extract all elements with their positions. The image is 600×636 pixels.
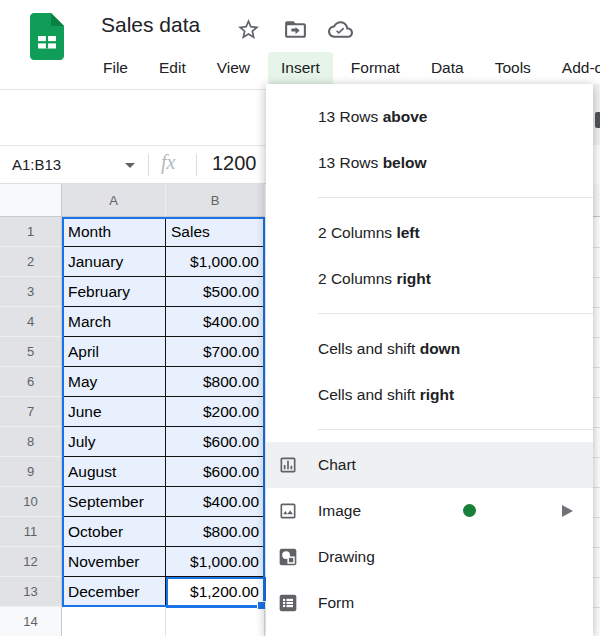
- menu-item-2-columns-right[interactable]: 2 Columns right: [266, 256, 593, 302]
- cell-B4[interactable]: $400.00: [166, 307, 265, 337]
- row-header-5[interactable]: 5: [0, 337, 62, 367]
- drawing-icon: [278, 547, 298, 567]
- menubar-item-file[interactable]: File: [90, 52, 141, 84]
- row-header-2[interactable]: 2: [0, 247, 62, 277]
- name-box[interactable]: A1:B13: [12, 156, 61, 173]
- row-header-7[interactable]: 7: [0, 397, 62, 427]
- menu-item-bold-text: right: [396, 270, 430, 287]
- gridline: [593, 307, 600, 308]
- sheet-row-6: 6May$800.00: [0, 367, 265, 397]
- clipped-toolbar-icon: [595, 112, 600, 128]
- menubar-item-view[interactable]: View: [204, 52, 263, 84]
- fx-icon: fx: [161, 151, 175, 174]
- submenu-arrow-icon: [562, 505, 573, 517]
- sheet-row-3: 3February$500.00: [0, 277, 265, 307]
- menubar-item-addons[interactable]: Add-ons: [549, 52, 600, 84]
- fill-handle[interactable]: [257, 601, 266, 610]
- menubar-item-tools[interactable]: Tools: [482, 52, 544, 84]
- cell-A11[interactable]: October: [62, 517, 166, 547]
- cell-B3[interactable]: $500.00: [166, 277, 265, 307]
- sheet-row-13: 13December$1,200.00: [0, 577, 265, 607]
- gridline: [593, 487, 600, 488]
- gridline: [593, 517, 600, 518]
- gridline: [593, 337, 600, 338]
- green-dot-indicator: [463, 504, 476, 517]
- row-header-10[interactable]: 10: [0, 487, 62, 517]
- insert-menu-dropdown: 13 Rows above13 Rows below2 Columns left…: [266, 84, 593, 636]
- sheet-row-10: 10September$400.00: [0, 487, 265, 517]
- document-title[interactable]: Sales data: [101, 13, 200, 37]
- menubar-item-data[interactable]: Data: [418, 52, 477, 84]
- cell-B13[interactable]: $1,200.00: [166, 577, 265, 607]
- menu-item-text: 2 Columns: [318, 270, 396, 287]
- row-header-4[interactable]: 4: [0, 307, 62, 337]
- sheet-row-2: 2January$1,000.00: [0, 247, 265, 277]
- menu-item-13-rows-below[interactable]: 13 Rows below: [266, 140, 593, 186]
- cell-B2[interactable]: $1,000.00: [166, 247, 265, 277]
- menu-item-cells-and-shift-down[interactable]: Cells and shift down: [266, 326, 593, 372]
- select-all-corner[interactable]: [0, 184, 62, 217]
- move-to-folder-icon[interactable]: [283, 17, 308, 42]
- cell-A1[interactable]: Month: [62, 217, 166, 247]
- cell-A14[interactable]: [62, 607, 166, 636]
- menu-item-13-rows-above[interactable]: 13 Rows above: [266, 94, 593, 140]
- cell-A3[interactable]: February: [62, 277, 166, 307]
- row-header-8[interactable]: 8: [0, 427, 62, 457]
- menubar-item-edit[interactable]: Edit: [146, 52, 199, 84]
- sheet-row-11: 11October$800.00: [0, 517, 265, 547]
- cell-B10[interactable]: $400.00: [166, 487, 265, 517]
- cell-B5[interactable]: $700.00: [166, 337, 265, 367]
- menubar-item-insert[interactable]: Insert: [268, 52, 333, 84]
- menu-item-form[interactable]: Form: [266, 580, 593, 626]
- menu-item-drawing[interactable]: Drawing: [266, 534, 593, 580]
- gridline: [593, 607, 600, 608]
- star-icon[interactable]: [236, 17, 261, 42]
- google-sheets-window: Sales data FileEditViewInsertFormatDataT…: [0, 0, 600, 636]
- sheet-row-4: 4March$400.00: [0, 307, 265, 337]
- cell-A7[interactable]: June: [62, 397, 166, 427]
- menu-item-cells-and-shift-right[interactable]: Cells and shift right: [266, 372, 593, 418]
- cell-B1[interactable]: Sales: [166, 217, 265, 247]
- gridline: [593, 427, 600, 428]
- cell-A4[interactable]: March: [62, 307, 166, 337]
- cell-B6[interactable]: $800.00: [166, 367, 265, 397]
- cell-A13[interactable]: December: [62, 577, 166, 607]
- menubar-item-format[interactable]: Format: [338, 52, 413, 84]
- menu-item-text: 13 Rows: [318, 108, 383, 125]
- row-header-1[interactable]: 1: [0, 217, 62, 247]
- cell-A5[interactable]: April: [62, 337, 166, 367]
- row-header-3[interactable]: 3: [0, 277, 62, 307]
- gridline: [593, 247, 600, 248]
- row-header-6[interactable]: 6: [0, 367, 62, 397]
- row-header-11[interactable]: 11: [0, 517, 62, 547]
- cell-B9[interactable]: $600.00: [166, 457, 265, 487]
- cell-B7[interactable]: $200.00: [166, 397, 265, 427]
- cloud-saved-icon[interactable]: [328, 17, 353, 42]
- column-header-a[interactable]: A: [62, 184, 166, 217]
- name-box-caret-icon[interactable]: [125, 163, 135, 168]
- menu-bar: FileEditViewInsertFormatDataToolsAdd-ons: [90, 52, 600, 84]
- cell-B8[interactable]: $600.00: [166, 427, 265, 457]
- cell-A12[interactable]: November: [62, 547, 166, 577]
- cell-A8[interactable]: July: [62, 427, 166, 457]
- sheets-logo-icon[interactable]: [30, 13, 64, 61]
- cell-B12[interactable]: $1,000.00: [166, 547, 265, 577]
- column-header-b[interactable]: B: [166, 184, 265, 217]
- cell-B14[interactable]: [166, 607, 265, 636]
- cell-A6[interactable]: May: [62, 367, 166, 397]
- row-header-9[interactable]: 9: [0, 457, 62, 487]
- row-header-14[interactable]: 14: [0, 607, 62, 636]
- formula-input[interactable]: 1200: [212, 152, 257, 175]
- menu-item-bold-text: left: [396, 224, 419, 241]
- menu-item-2-columns-left[interactable]: 2 Columns left: [266, 210, 593, 256]
- cell-B11[interactable]: $800.00: [166, 517, 265, 547]
- cell-A9[interactable]: August: [62, 457, 166, 487]
- menu-item-label: Form: [318, 594, 354, 611]
- cell-A2[interactable]: January: [62, 247, 166, 277]
- menu-item-chart[interactable]: Chart: [266, 442, 593, 488]
- row-header-12[interactable]: 12: [0, 547, 62, 577]
- cell-A10[interactable]: September: [62, 487, 166, 517]
- row-header-13[interactable]: 13: [0, 577, 62, 607]
- menu-item-image[interactable]: Image: [266, 488, 593, 534]
- menu-item-bold-text: right: [420, 386, 454, 403]
